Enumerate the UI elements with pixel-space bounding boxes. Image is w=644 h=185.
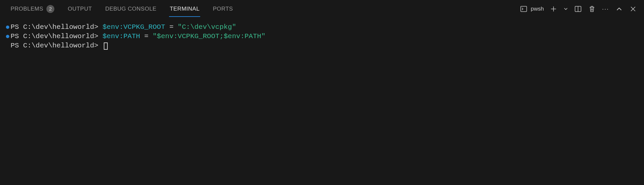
tab-problems[interactable]: PROBLEMS 2	[10, 1, 55, 18]
terminal-line: PS C:\dev\helloworld>	[6, 41, 638, 50]
terminal-icon	[519, 5, 528, 13]
terminal-text-segment: $env:VCPKG_ROOT	[102, 23, 169, 32]
command-dot-icon	[6, 35, 9, 38]
shell-prompt: PS C:\dev\helloworld>	[11, 23, 102, 32]
problems-badge: 2	[46, 5, 54, 13]
shell-prompt: PS C:\dev\helloworld>	[11, 32, 102, 41]
panel-actions: pwsh ···	[519, 5, 637, 13]
terminal-shell-group[interactable]: pwsh	[519, 5, 544, 13]
panel-titlebar: PROBLEMS 2 OUTPUT DEBUG CONSOLE TERMINAL…	[0, 0, 644, 18]
tab-terminal-label: TERMINAL	[170, 6, 200, 12]
kill-terminal-button[interactable]	[588, 5, 596, 13]
tab-output[interactable]: OUTPUT	[67, 1, 92, 17]
new-terminal-dropdown[interactable]	[563, 5, 568, 13]
shell-prompt: PS C:\dev\helloworld>	[11, 41, 102, 50]
cursor-icon	[104, 42, 108, 50]
tab-debug-console[interactable]: DEBUG CONSOLE	[104, 1, 157, 17]
shell-name-label: pwsh	[531, 6, 544, 12]
terminal-view[interactable]: PS C:\dev\helloworld> $env:VCPKG_ROOT = …	[0, 18, 644, 50]
close-panel-button[interactable]	[629, 5, 637, 13]
more-actions-button[interactable]: ···	[602, 6, 610, 13]
terminal-text-segment: "$env:VCPKG_ROOT;$env:PATH"	[153, 32, 265, 41]
tab-ports-label: PORTS	[213, 6, 233, 12]
tab-terminal[interactable]: TERMINAL	[169, 1, 200, 17]
terminal-line: PS C:\dev\helloworld> $env:VCPKG_ROOT = …	[6, 23, 638, 32]
split-terminal-button[interactable]	[574, 5, 582, 13]
tab-output-label: OUTPUT	[68, 6, 92, 12]
svg-rect-0	[521, 6, 527, 12]
terminal-text-segment: $env:PATH	[102, 32, 144, 41]
terminal-text-segment: "C:\dev\vcpkg"	[178, 23, 236, 32]
line-marker-gutter	[6, 35, 11, 38]
maximize-panel-button[interactable]	[615, 5, 623, 13]
tab-ports[interactable]: PORTS	[212, 1, 234, 17]
terminal-text-segment: =	[169, 23, 178, 32]
terminal-text-segment: =	[144, 32, 152, 41]
line-marker-gutter	[6, 26, 11, 29]
terminal-line: PS C:\dev\helloworld> $env:PATH = "$env:…	[6, 32, 638, 41]
new-terminal-button[interactable]	[549, 5, 558, 13]
command-dot-icon	[6, 26, 9, 29]
tab-debug-console-label: DEBUG CONSOLE	[105, 6, 156, 12]
panel-tabs: PROBLEMS 2 OUTPUT DEBUG CONSOLE TERMINAL…	[10, 1, 234, 18]
tab-problems-label: PROBLEMS	[11, 6, 43, 12]
